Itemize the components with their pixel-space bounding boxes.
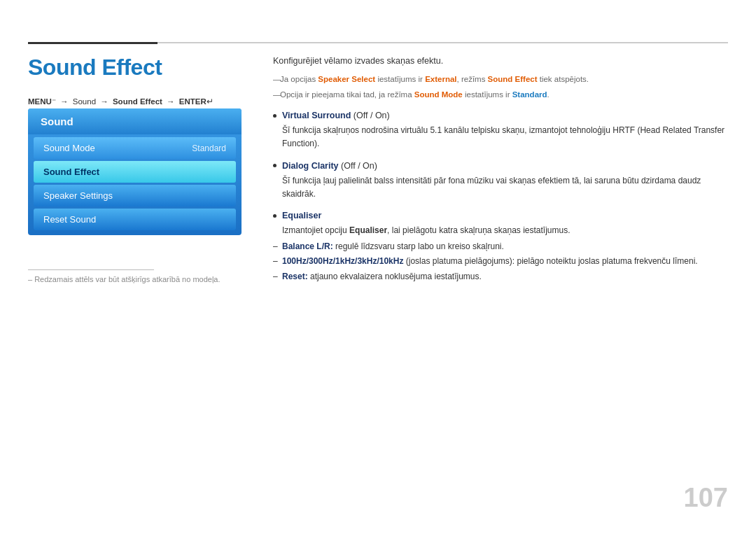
menu-item-reset-sound[interactable]: Reset Sound bbox=[34, 209, 236, 230]
equaliser-bold: Equaliser bbox=[349, 225, 387, 235]
dialog-clarity-label: Dialog Clarity bbox=[282, 161, 339, 171]
virtual-surround-label: Virtual Surround bbox=[282, 111, 351, 120]
reset-label: Reset: bbox=[282, 272, 308, 281]
balance-label: Balance L/R: bbox=[282, 241, 333, 251]
sound-menu-panel: Sound Sound Mode Standard Sound Effect S… bbox=[28, 108, 241, 235]
section-virtual-surround-title: Virtual Surround (Off / On) bbox=[273, 111, 728, 120]
sub-item-frequency: 100Hz/300Hz/1kHz/3kHz/10kHz (joslas plat… bbox=[273, 255, 728, 268]
breadcrumb-sound-effect: Sound Effect bbox=[113, 97, 162, 106]
section-dialog-clarity-title: Dialog Clarity (Off / On) bbox=[273, 161, 728, 171]
page-number: 107 bbox=[684, 483, 728, 513]
note2-standard: Standard bbox=[512, 90, 547, 99]
sub-item-reset: Reset: atjauno ekvalaizera noklusējuma i… bbox=[273, 270, 728, 283]
dialog-clarity-options: (Off / On) bbox=[339, 161, 377, 171]
note-line-2: Opcija ir pieejama tikai tad, ja režīma … bbox=[273, 89, 728, 101]
top-accent-line bbox=[28, 42, 158, 44]
menu-item-reset-sound-label: Reset Sound bbox=[43, 214, 96, 225]
page-title: Sound Effect bbox=[28, 55, 162, 80]
breadcrumb-enter: ENTER bbox=[179, 97, 206, 106]
menu-item-speaker-settings-label: Speaker Settings bbox=[43, 190, 113, 201]
section-dialog-clarity: Dialog Clarity (Off / On) Šī funkcija ļa… bbox=[273, 161, 728, 201]
intro-text: Konfigurējiet vēlamo izvades skaņas efek… bbox=[273, 55, 728, 68]
menu-item-sound-mode-value: Standard bbox=[192, 143, 226, 153]
note-line-1: Ja opcijas Speaker Select iestatījums ir… bbox=[273, 73, 728, 85]
virtual-surround-body: Šī funkcija skaļruņos nodrošina virtuālu… bbox=[273, 124, 728, 150]
note1-sound-effect: Sound Effect bbox=[488, 75, 538, 83]
section-virtual-surround: Virtual Surround (Off / On) Šī funkcija … bbox=[273, 111, 728, 150]
right-panel: Konfigurējiet vēlamo izvades skaņas efek… bbox=[273, 55, 728, 285]
breadcrumb: MENU⁻ → Sound → Sound Effect → ENTER↵ bbox=[28, 97, 214, 106]
frequency-label: 100Hz/300Hz/1kHz/3kHz/10kHz bbox=[282, 256, 403, 266]
menu-item-speaker-settings[interactable]: Speaker Settings bbox=[34, 185, 236, 206]
bullet-icon-2 bbox=[273, 164, 276, 167]
breadcrumb-sound: Sound bbox=[73, 97, 96, 106]
sub-item-balance: Balance L/R: regulē līdzsvaru starp labo… bbox=[273, 240, 728, 253]
bullet-icon-3 bbox=[273, 214, 276, 218]
menu-item-sound-effect-label: Sound Effect bbox=[43, 167, 99, 177]
bullet-icon bbox=[273, 114, 276, 118]
note1-speaker-select: Speaker Select bbox=[318, 75, 375, 83]
section-equaliser-title: Equaliser bbox=[273, 211, 728, 220]
menu-header: Sound bbox=[28, 108, 241, 134]
footnote-text: – Redzamais attēls var būt atšķirīgs atk… bbox=[28, 275, 220, 283]
menu-item-sound-effect[interactable]: Sound Effect bbox=[34, 161, 236, 183]
equaliser-body: Izmantojiet opciju Equaliser, lai pielāg… bbox=[273, 224, 728, 237]
note2-sound-mode: Sound Mode bbox=[414, 90, 463, 99]
equaliser-label: Equaliser bbox=[282, 211, 321, 220]
virtual-surround-options: (Off / On) bbox=[351, 111, 389, 120]
breadcrumb-menu: MENU bbox=[28, 97, 52, 106]
footnote-divider bbox=[28, 269, 154, 270]
note1-external: External bbox=[425, 75, 456, 83]
section-equaliser: Equaliser Izmantojiet opciju Equaliser, … bbox=[273, 211, 728, 283]
menu-item-sound-mode[interactable]: Sound Mode Standard bbox=[34, 137, 236, 159]
dialog-clarity-body: Šī funkcija ļauj palielināt balss intens… bbox=[273, 174, 728, 201]
menu-item-sound-mode-label: Sound Mode bbox=[43, 143, 95, 153]
